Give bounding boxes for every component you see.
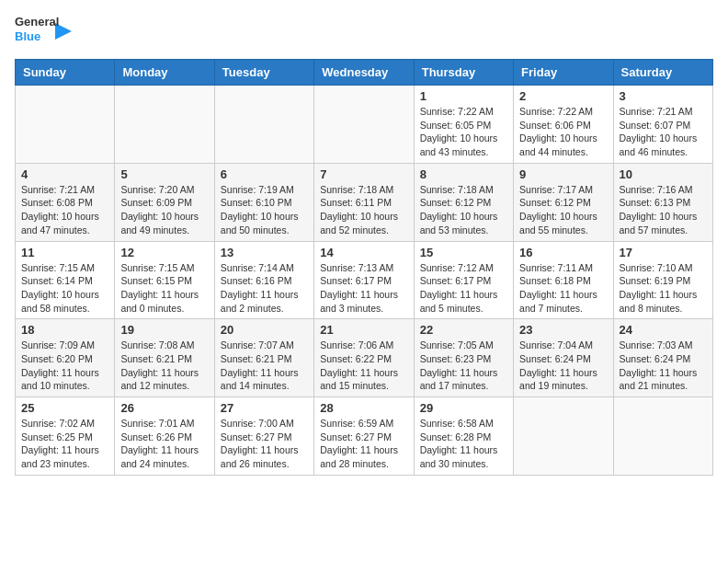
day-header-saturday: Saturday [613, 60, 712, 86]
cell-content: Sunrise: 7:18 AM Sunset: 6:12 PM Dayligh… [420, 183, 507, 237]
day-number: 6 [221, 167, 308, 181]
cell-content: Sunrise: 7:13 AM Sunset: 6:17 PM Dayligh… [320, 261, 407, 316]
day-number: 4 [21, 167, 108, 181]
cell-content: Sunrise: 7:07 AM Sunset: 6:21 PM Dayligh… [221, 339, 308, 393]
calendar-cell: 24Sunrise: 7:03 AM Sunset: 6:24 PM Dayli… [613, 319, 712, 397]
calendar-cell: 16Sunrise: 7:11 AM Sunset: 6:18 PM Dayli… [514, 241, 613, 319]
day-number: 10 [620, 167, 707, 181]
calendar-cell: 21Sunrise: 7:06 AM Sunset: 6:22 PM Dayli… [314, 319, 414, 397]
calendar-cell: 28Sunrise: 6:59 AM Sunset: 6:27 PM Dayli… [314, 397, 414, 476]
calendar-cell: 13Sunrise: 7:14 AM Sunset: 6:16 PM Dayli… [214, 241, 313, 319]
calendar-week-4: 18Sunrise: 7:09 AM Sunset: 6:20 PM Dayli… [16, 319, 713, 397]
cell-content: Sunrise: 7:06 AM Sunset: 6:22 PM Dayligh… [320, 339, 407, 393]
day-number: 14 [320, 246, 407, 259]
day-number: 13 [221, 246, 308, 259]
calendar-cell: 14Sunrise: 7:13 AM Sunset: 6:17 PM Dayli… [314, 241, 414, 319]
day-number: 20 [221, 323, 308, 337]
day-number: 1 [420, 89, 507, 103]
cell-content: Sunrise: 7:22 AM Sunset: 6:05 PM Dayligh… [420, 105, 507, 159]
cell-content: Sunrise: 7:10 AM Sunset: 6:19 PM Dayligh… [620, 261, 707, 316]
day-number: 22 [420, 323, 507, 337]
logo: General Blue [15, 15, 72, 48]
cell-content: Sunrise: 7:15 AM Sunset: 6:15 PM Dayligh… [120, 261, 208, 316]
calendar-cell: 20Sunrise: 7:07 AM Sunset: 6:21 PM Dayli… [214, 319, 313, 397]
day-number: 28 [320, 401, 407, 415]
day-number: 5 [120, 167, 208, 181]
calendar-cell: 6Sunrise: 7:19 AM Sunset: 6:10 PM Daylig… [214, 163, 313, 241]
calendar-cell: 19Sunrise: 7:08 AM Sunset: 6:21 PM Dayli… [115, 319, 214, 397]
logo-general: General [15, 15, 53, 29]
day-header-wednesday: Wednesday [314, 60, 414, 86]
calendar-cell [613, 397, 712, 476]
logo-graphic: General Blue [15, 15, 53, 48]
calendar-cell: 11Sunrise: 7:15 AM Sunset: 6:14 PM Dayli… [16, 241, 115, 319]
cell-content: Sunrise: 7:21 AM Sunset: 6:08 PM Dayligh… [21, 183, 108, 237]
day-header-tuesday: Tuesday [214, 60, 313, 86]
day-number: 23 [519, 323, 607, 337]
cell-content: Sunrise: 7:12 AM Sunset: 6:17 PM Dayligh… [420, 261, 507, 316]
day-header-thursday: Thursday [414, 60, 513, 86]
calendar-cell: 8Sunrise: 7:18 AM Sunset: 6:12 PM Daylig… [414, 163, 513, 241]
cell-content: Sunrise: 7:05 AM Sunset: 6:23 PM Dayligh… [420, 339, 507, 393]
calendar-cell: 22Sunrise: 7:05 AM Sunset: 6:23 PM Dayli… [414, 319, 513, 397]
cell-content: Sunrise: 7:18 AM Sunset: 6:11 PM Dayligh… [320, 183, 407, 237]
calendar-cell [16, 86, 115, 164]
cell-content: Sunrise: 7:03 AM Sunset: 6:24 PM Dayligh… [620, 339, 707, 393]
cell-content: Sunrise: 7:00 AM Sunset: 6:27 PM Dayligh… [221, 417, 308, 471]
calendar-week-5: 25Sunrise: 7:02 AM Sunset: 6:25 PM Dayli… [16, 397, 713, 476]
day-number: 17 [620, 246, 707, 259]
calendar-cell: 10Sunrise: 7:16 AM Sunset: 6:13 PM Dayli… [613, 163, 712, 241]
cell-content: Sunrise: 7:14 AM Sunset: 6:16 PM Dayligh… [221, 261, 308, 316]
cell-content: Sunrise: 7:19 AM Sunset: 6:10 PM Dayligh… [221, 183, 308, 237]
cell-content: Sunrise: 7:08 AM Sunset: 6:21 PM Dayligh… [120, 339, 208, 393]
calendar-cell: 3Sunrise: 7:21 AM Sunset: 6:07 PM Daylig… [613, 86, 712, 164]
calendar-cell: 12Sunrise: 7:15 AM Sunset: 6:15 PM Dayli… [115, 241, 214, 319]
day-number: 7 [320, 167, 407, 181]
calendar-cell: 7Sunrise: 7:18 AM Sunset: 6:11 PM Daylig… [314, 163, 414, 241]
day-number: 24 [620, 323, 707, 337]
calendar-cell: 5Sunrise: 7:20 AM Sunset: 6:09 PM Daylig… [115, 163, 214, 241]
calendar-cell: 29Sunrise: 6:58 AM Sunset: 6:28 PM Dayli… [414, 397, 513, 476]
calendar-week-1: 1Sunrise: 7:22 AM Sunset: 6:05 PM Daylig… [16, 86, 713, 164]
calendar-cell: 9Sunrise: 7:17 AM Sunset: 6:12 PM Daylig… [514, 163, 613, 241]
cell-content: Sunrise: 7:04 AM Sunset: 6:24 PM Dayligh… [519, 339, 607, 393]
calendar-cell: 2Sunrise: 7:22 AM Sunset: 6:06 PM Daylig… [514, 86, 613, 164]
cell-content: Sunrise: 7:17 AM Sunset: 6:12 PM Dayligh… [519, 183, 607, 237]
calendar-cell: 25Sunrise: 7:02 AM Sunset: 6:25 PM Dayli… [16, 397, 115, 476]
day-number: 16 [519, 246, 607, 259]
day-number: 18 [21, 323, 108, 337]
day-number: 8 [420, 167, 507, 181]
cell-content: Sunrise: 6:59 AM Sunset: 6:27 PM Dayligh… [320, 417, 407, 471]
calendar-cell: 4Sunrise: 7:21 AM Sunset: 6:08 PM Daylig… [16, 163, 115, 241]
logo-container: General Blue [15, 15, 72, 48]
day-header-monday: Monday [115, 60, 214, 86]
day-number: 27 [221, 401, 308, 415]
calendar-week-2: 4Sunrise: 7:21 AM Sunset: 6:08 PM Daylig… [16, 163, 713, 241]
cell-content: Sunrise: 7:09 AM Sunset: 6:20 PM Dayligh… [21, 339, 108, 393]
calendar-cell: 23Sunrise: 7:04 AM Sunset: 6:24 PM Dayli… [514, 319, 613, 397]
cell-content: Sunrise: 7:22 AM Sunset: 6:06 PM Dayligh… [519, 105, 607, 159]
calendar-cell: 27Sunrise: 7:00 AM Sunset: 6:27 PM Dayli… [214, 397, 313, 476]
day-number: 25 [21, 401, 108, 415]
calendar-week-3: 11Sunrise: 7:15 AM Sunset: 6:14 PM Dayli… [16, 241, 713, 319]
cell-content: Sunrise: 7:16 AM Sunset: 6:13 PM Dayligh… [620, 183, 707, 237]
cell-content: Sunrise: 7:01 AM Sunset: 6:26 PM Dayligh… [120, 417, 208, 471]
calendar-cell [514, 397, 613, 476]
calendar-header-row: SundayMondayTuesdayWednesdayThursdayFrid… [16, 60, 713, 86]
day-number: 12 [120, 246, 208, 259]
logo-blue: Blue [15, 29, 53, 44]
day-number: 29 [420, 401, 507, 415]
day-number: 9 [519, 167, 607, 181]
day-header-sunday: Sunday [16, 60, 115, 86]
cell-content: Sunrise: 7:20 AM Sunset: 6:09 PM Dayligh… [120, 183, 208, 237]
calendar-cell: 26Sunrise: 7:01 AM Sunset: 6:26 PM Dayli… [115, 397, 214, 476]
cell-content: Sunrise: 7:15 AM Sunset: 6:14 PM Dayligh… [21, 261, 108, 316]
calendar-table: SundayMondayTuesdayWednesdayThursdayFrid… [15, 59, 713, 476]
cell-content: Sunrise: 7:02 AM Sunset: 6:25 PM Dayligh… [21, 417, 108, 471]
day-number: 15 [420, 246, 507, 259]
page-header: General Blue [15, 15, 713, 48]
day-number: 2 [519, 89, 607, 103]
cell-content: Sunrise: 6:58 AM Sunset: 6:28 PM Dayligh… [420, 417, 507, 471]
calendar-cell: 1Sunrise: 7:22 AM Sunset: 6:05 PM Daylig… [414, 86, 513, 164]
calendar-cell [214, 86, 313, 164]
